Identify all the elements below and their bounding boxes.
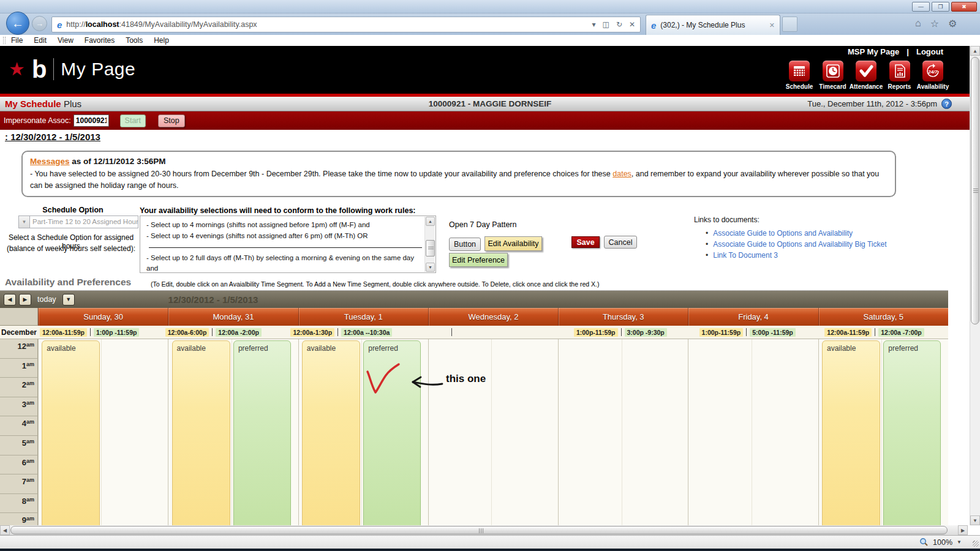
edit-availability-button[interactable]: Edit Availability bbox=[484, 236, 542, 251]
preference-chip[interactable]: 12:00a -2:00p bbox=[216, 328, 262, 337]
nav-attendance[interactable]: Attendance bbox=[850, 61, 883, 90]
availability-chip[interactable]: 1:00p-11:59p bbox=[574, 328, 618, 337]
scroll-up-icon[interactable]: ▲ bbox=[970, 46, 980, 56]
nav-reports[interactable]: Reports bbox=[883, 61, 916, 90]
scroll-down-icon[interactable]: ▼ bbox=[970, 515, 980, 525]
availability-chip[interactable]: 12:00a-11:59p bbox=[40, 328, 87, 337]
day-header: Sunday, 30 bbox=[38, 308, 168, 326]
scroll-down-icon[interactable]: ▼ bbox=[426, 263, 435, 272]
preference-chip[interactable]: 12:00a -7:00p bbox=[878, 328, 924, 337]
preference-chip[interactable]: 1:00p -11:59p bbox=[94, 328, 140, 337]
availability-chip[interactable]: 12:00a-11:59p bbox=[824, 328, 872, 337]
report-icon bbox=[889, 61, 910, 81]
hour-label: 6am bbox=[0, 455, 38, 475]
vertical-scrollbar[interactable]: ▲ ▼ bbox=[970, 46, 980, 525]
menu-help[interactable]: Help bbox=[148, 36, 175, 45]
schedule-option-dropdown[interactable]: ▼ Part-Time 12 to 20 Assigned Hours bbox=[18, 216, 138, 228]
day-column[interactable]: availablepreferred bbox=[168, 339, 298, 525]
vscrollbar-thumb[interactable] bbox=[971, 57, 979, 324]
day-column[interactable] bbox=[688, 339, 818, 525]
menu-tools[interactable]: Tools bbox=[120, 36, 148, 45]
compatibility-view-icon[interactable]: ◫ bbox=[603, 20, 609, 29]
home-icon[interactable]: ⌂ bbox=[915, 18, 921, 29]
dates-link[interactable]: dates bbox=[612, 170, 631, 178]
menu-file[interactable]: File bbox=[6, 36, 28, 45]
save-button[interactable]: Save bbox=[571, 236, 600, 248]
chip-divider bbox=[90, 328, 91, 336]
zoom-control[interactable]: 100% ▼ bbox=[919, 538, 962, 547]
nav-availability[interactable]: 24/7 Availability bbox=[916, 61, 949, 90]
menu-edit[interactable]: Edit bbox=[28, 36, 52, 45]
preference-block[interactable]: preferred bbox=[363, 340, 421, 525]
stop-icon[interactable]: ✕ bbox=[629, 20, 635, 29]
next-week-button[interactable]: ▶ bbox=[19, 294, 31, 305]
menu-view[interactable]: View bbox=[52, 36, 79, 45]
msp-my-page-link[interactable]: MSP My Page bbox=[848, 47, 899, 56]
availability-block[interactable]: available bbox=[302, 340, 360, 525]
close-button[interactable]: ✖ bbox=[951, 2, 977, 12]
scrollbar-thumb[interactable] bbox=[426, 240, 435, 257]
start-button[interactable]: Start bbox=[120, 114, 146, 127]
day-column[interactable]: availablepreferred bbox=[818, 339, 948, 525]
messages-link[interactable]: Messages bbox=[30, 157, 70, 166]
calendar-grid[interactable]: 12am1am2am3am4am5am6am7am8am9am availabl… bbox=[0, 339, 948, 525]
preference-chip[interactable]: 3:00p -9:30p bbox=[625, 328, 667, 337]
new-tab-button[interactable] bbox=[782, 17, 797, 32]
prev-week-button[interactable]: ◀ bbox=[4, 294, 16, 305]
day-column[interactable]: available bbox=[38, 339, 168, 525]
availability-block[interactable]: available bbox=[172, 340, 230, 525]
refresh-icon[interactable]: ↻ bbox=[616, 20, 622, 29]
document-link[interactable]: Link To Document 3 bbox=[713, 251, 778, 260]
restore-button[interactable]: ❐ bbox=[932, 2, 949, 12]
preference-chip[interactable]: 12:00a --10:30a bbox=[341, 328, 392, 337]
availability-block[interactable]: available bbox=[822, 340, 880, 525]
preference-block[interactable]: preferred bbox=[233, 340, 291, 525]
scroll-left-icon[interactable]: ◀ bbox=[0, 525, 10, 535]
address-bar[interactable]: e http://localhost:41849/MyAvailability/… bbox=[51, 17, 641, 32]
day-column[interactable]: availablepreferred bbox=[298, 339, 428, 525]
cancel-button[interactable]: Cancel bbox=[604, 236, 637, 249]
today-button[interactable]: today bbox=[37, 295, 56, 304]
back-button[interactable]: ← bbox=[6, 12, 29, 35]
nav-schedule[interactable]: Schedule bbox=[783, 61, 816, 90]
document-link[interactable]: Associate Guide to Options and Availabil… bbox=[713, 240, 886, 249]
day-column[interactable] bbox=[558, 339, 688, 525]
stop-button[interactable]: Stop bbox=[158, 114, 185, 127]
button-placeholder[interactable]: Button bbox=[449, 238, 481, 251]
day-chip-cell: 12:00a-11:59p1:00p -11:59p bbox=[38, 326, 164, 339]
scroll-right-icon[interactable]: ▶ bbox=[958, 525, 968, 535]
availability-chip[interactable]: 12:00a-1:30p bbox=[290, 328, 334, 337]
day-column[interactable] bbox=[428, 339, 558, 525]
availability-block[interactable]: available bbox=[42, 340, 100, 525]
autocomplete-dropdown-icon[interactable]: ▾ bbox=[592, 20, 596, 29]
availability-chip[interactable]: 1:00p-11:59p bbox=[699, 328, 744, 337]
minimize-button[interactable]: — bbox=[912, 2, 930, 12]
document-link[interactable]: Associate Guide to Options and Availabil… bbox=[713, 229, 853, 238]
impersonate-input[interactable] bbox=[74, 114, 109, 127]
chip-row: December 12:00a-11:59p1:00p -11:59p12:00… bbox=[0, 326, 948, 339]
preference-chip[interactable]: 5:00p -11:59p bbox=[750, 328, 796, 337]
horizontal-scrollbar[interactable]: ◀ ▶ bbox=[0, 525, 968, 535]
scroll-up-icon[interactable]: ▲ bbox=[426, 217, 435, 226]
preference-block[interactable]: preferred bbox=[883, 340, 941, 525]
logout-link[interactable]: Logout bbox=[916, 47, 943, 56]
bullet-icon: • bbox=[706, 251, 708, 260]
menu-favorites[interactable]: Favorites bbox=[79, 36, 120, 45]
settings-gear-icon[interactable]: ⚙ bbox=[948, 18, 957, 29]
availability-chip[interactable]: 12:00a-6:00p bbox=[165, 328, 209, 337]
hour-label: 3am bbox=[0, 397, 38, 417]
hscrollbar-thumb[interactable] bbox=[10, 526, 948, 534]
url-text[interactable]: http://localhost:41849/MyAvailability/My… bbox=[66, 20, 587, 29]
work-rules-scrollbar[interactable]: ▲ ▼ bbox=[424, 217, 435, 272]
forward-button[interactable]: → bbox=[32, 16, 47, 31]
zoom-dropdown-icon[interactable]: ▼ bbox=[957, 539, 962, 545]
chip-divider bbox=[337, 328, 338, 336]
browser-tab[interactable]: e (302,) - My Schedule Plus ✕ bbox=[646, 15, 780, 35]
day-header: Tuesday, 1 bbox=[298, 308, 428, 326]
nav-timecard[interactable]: Timecard bbox=[816, 61, 850, 90]
help-icon[interactable]: ? bbox=[941, 99, 952, 109]
tab-close-icon[interactable]: ✕ bbox=[769, 21, 775, 29]
favorites-star-icon[interactable]: ☆ bbox=[930, 18, 939, 29]
view-dropdown-icon[interactable]: ▼ bbox=[62, 294, 75, 305]
edit-preference-button[interactable]: Edit Preference bbox=[449, 253, 508, 267]
